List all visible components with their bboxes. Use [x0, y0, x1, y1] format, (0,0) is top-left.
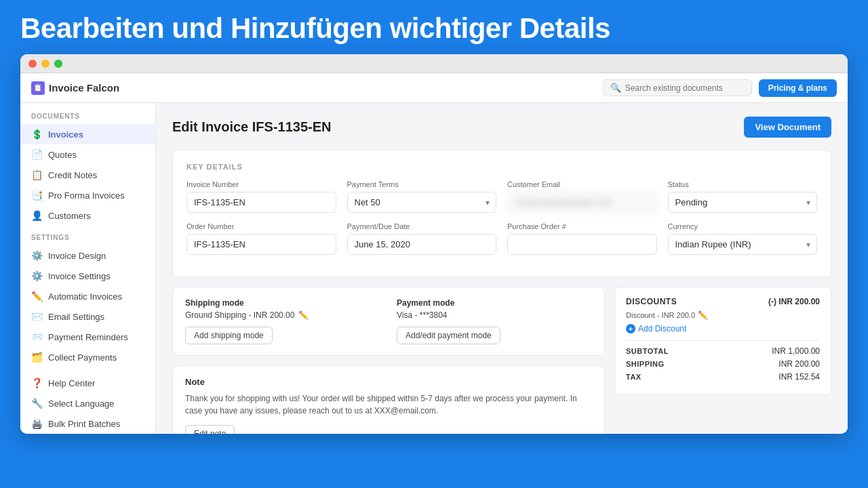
purchase-order-label: Purchase Order # [507, 222, 657, 230]
quotes-icon: 📄 [31, 149, 42, 160]
window-wrapper: 📋 Invoice Falcon 🔍 Pricing & plans DOCUM… [0, 54, 868, 441]
currency-select-wrapper: Indian Rupee (INR) [668, 234, 818, 255]
email-settings-icon: ✉️ [31, 311, 42, 322]
shipping-row: SHIPPING INR 200.00 [626, 359, 820, 369]
close-dot[interactable] [28, 60, 37, 68]
tax-value: INR 152.54 [778, 372, 820, 382]
customers-icon: 👤 [31, 210, 42, 221]
titlebar [20, 54, 848, 73]
invoice-number-group: Invoice Number [186, 180, 336, 213]
shipping-mode-value: Ground Shipping - INR 200.00 ✏️ [185, 310, 380, 320]
minimize-dot[interactable] [41, 60, 50, 68]
sidebar-item-label-email-settings: Email Settings [48, 312, 104, 322]
sidebar-item-select-language[interactable]: 🔧 Select Language [20, 393, 155, 413]
maximize-dot[interactable] [54, 60, 62, 68]
right-col: DISCOUNTS (-) INR 200.00 Discount - INR … [614, 287, 831, 434]
documents-section-label: DOCUMENTS [20, 113, 155, 124]
payment-terms-select[interactable]: Net 50 [347, 192, 497, 213]
sidebar-item-help-center[interactable]: ❓ Help Center [20, 373, 155, 393]
page-title: Edit Invoice IFS-1135-EN [172, 119, 332, 135]
help-center-icon: ❓ [31, 378, 42, 388]
app-header: 📋 Invoice Falcon 🔍 Pricing & plans [20, 73, 848, 103]
app-window: 📋 Invoice Falcon 🔍 Pricing & plans DOCUM… [20, 54, 848, 434]
purchase-order-input[interactable] [507, 234, 657, 255]
sp-row: Shipping mode Ground Shipping - INR 200.… [185, 298, 592, 344]
add-shipping-mode-button[interactable]: Add shipping mode [185, 327, 273, 344]
divider [626, 340, 820, 341]
shipping-mode-label: Shipping mode [185, 298, 380, 308]
discounts-panel: DISCOUNTS (-) INR 200.00 Discount - INR … [614, 287, 831, 395]
order-number-input[interactable] [186, 234, 336, 255]
tax-row: TAX INR 152.54 [626, 372, 820, 382]
subtotal-label: SUBTOTAL [626, 347, 669, 355]
sidebar-item-invoice-design[interactable]: ⚙️ Invoice Design [20, 245, 155, 266]
currency-select[interactable]: Indian Rupee (INR) [668, 234, 818, 255]
sidebar-item-label-automatic-invoices: Automatic Invoices [48, 291, 122, 302]
status-group: Status Pending [668, 180, 818, 213]
add-edit-payment-button[interactable]: Add/edit payment mode [397, 327, 500, 344]
note-card: Note Thank you for shopping with us! You… [172, 365, 605, 434]
shipping-edit-icon[interactable]: ✏️ [298, 310, 309, 320]
sidebar-item-label-payment-reminders: Payment Reminders [48, 332, 128, 342]
sidebar-item-label-quotes: Quotes [48, 150, 77, 160]
discount-detail-row: Discount - INR 200.0 ✏️ [626, 310, 820, 320]
invoice-settings-icon: ⚙️ [31, 270, 42, 281]
main-content: Edit Invoice IFS-1135-EN View Document K… [156, 103, 848, 434]
sidebar-item-credit-notes[interactable]: 📋 Credit Notes [20, 165, 155, 185]
sidebar-item-collect-payments[interactable]: 🗂️ Collect Payments [20, 347, 155, 367]
header-right: 🔍 Pricing & plans [603, 79, 837, 97]
invoice-number-input[interactable] [186, 192, 336, 213]
add-discount-button[interactable]: + Add Discount [626, 324, 820, 333]
payment-due-date-input[interactable] [347, 234, 497, 255]
payment-terms-group: Payment Terms Net 50 [347, 180, 497, 213]
sidebar: DOCUMENTS 💲 Invoices 📄 Quotes 📋 Credit N… [20, 103, 156, 434]
sidebar-item-invoice-settings[interactable]: ⚙️ Invoice Settings [20, 266, 155, 286]
key-details-label: KEY DETAILS [186, 163, 817, 171]
note-title: Note [185, 377, 592, 387]
status-select-wrapper: Pending [668, 192, 818, 213]
shipping-value: INR 200.00 [778, 359, 820, 369]
customer-email-group: Customer Email [507, 180, 657, 213]
credit-notes-icon: 📋 [31, 169, 42, 180]
subtotal-row: SUBTOTAL INR 1,000.00 [626, 346, 820, 356]
logo-text: Invoice Falcon [49, 82, 119, 94]
sidebar-item-email-settings[interactable]: ✉️ Email Settings [20, 306, 155, 327]
invoices-icon: 💲 [31, 129, 42, 140]
settings-section-label: SETTINGS [20, 234, 155, 245]
sidebar-item-label-select-language: Select Language [48, 399, 115, 409]
currency-label: Currency [668, 222, 818, 230]
discount-edit-icon[interactable]: ✏️ [698, 310, 708, 320]
status-select[interactable]: Pending [668, 192, 818, 213]
sidebar-item-label-invoice-settings: Invoice Settings [48, 271, 111, 281]
sidebar-item-label-collect-payments: Collect Payments [48, 352, 117, 363]
sidebar-item-automatic-invoices[interactable]: ✏️ Automatic Invoices [20, 286, 155, 306]
view-document-button[interactable]: View Document [744, 117, 831, 138]
note-text: Thank you for shopping with us! Your ord… [185, 392, 592, 417]
sidebar-item-invoices[interactable]: 💲 Invoices [20, 124, 155, 144]
payment-due-date-label: Payment/Due Date [347, 222, 497, 230]
sidebar-bottom: ❓ Help Center 🔧 Select Language 🖨️ Bulk … [20, 373, 155, 434]
key-details-card: KEY DETAILS Invoice Number Payment Terms [172, 150, 831, 277]
customer-email-input[interactable] [507, 192, 657, 213]
edit-note-button[interactable]: Edit note [185, 425, 235, 434]
logo-icon: 📋 [31, 81, 45, 95]
sidebar-item-label-bulk-print: Bulk Print Batches [48, 419, 120, 429]
page-header: Edit Invoice IFS-1135-EN View Document [172, 117, 831, 138]
sidebar-item-payment-reminders[interactable]: 📨 Payment Reminders [20, 327, 155, 347]
search-input[interactable] [625, 83, 745, 93]
search-box: 🔍 [603, 79, 752, 96]
order-number-label: Order Number [186, 222, 336, 230]
sidebar-item-bulk-print[interactable]: 🖨️ Bulk Print Batches [20, 413, 155, 434]
sidebar-item-pro-forma[interactable]: 📑 Pro Forma Invoices [20, 185, 155, 205]
sidebar-item-customers[interactable]: 👤 Customers [20, 205, 155, 226]
sidebar-item-quotes[interactable]: 📄 Quotes [20, 144, 155, 165]
payment-terms-label: Payment Terms [347, 180, 497, 188]
pricing-button[interactable]: Pricing & plans [759, 79, 837, 97]
payment-due-date-group: Payment/Due Date [347, 222, 497, 255]
form-row-1: Invoice Number Payment Terms Net 50 [186, 180, 817, 213]
invoice-design-icon: ⚙️ [31, 250, 42, 261]
collect-payments-icon: 🗂️ [31, 352, 42, 363]
form-row-2: Order Number Payment/Due Date Purchase O… [186, 222, 817, 255]
full-layout: 📋 Invoice Falcon 🔍 Pricing & plans DOCUM… [20, 73, 848, 434]
payment-reminders-icon: 📨 [31, 331, 42, 342]
